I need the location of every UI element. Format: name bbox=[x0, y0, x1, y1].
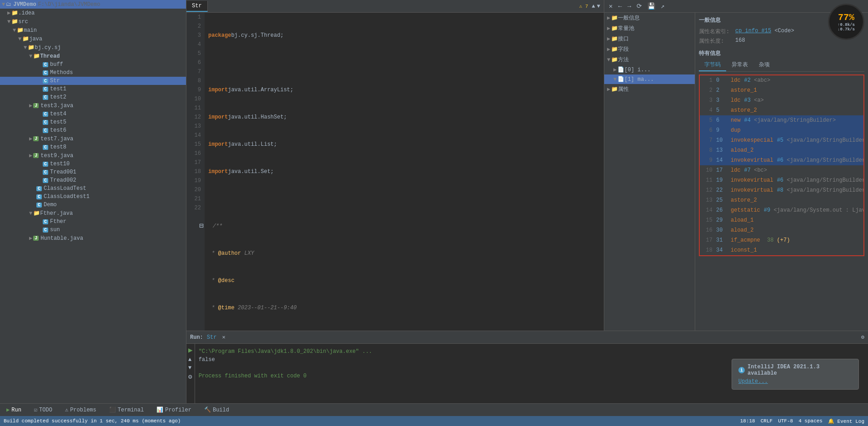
bottom-tab-run[interactable]: ▶ Run bbox=[4, 406, 24, 414]
expand-icon[interactable]: ▶ bbox=[607, 86, 610, 93]
sidebar-item-test8[interactable]: C test8 bbox=[0, 143, 186, 151]
sidebar-item-idea[interactable]: ▶ 📁 .idea bbox=[0, 9, 186, 17]
expand-icon[interactable]: ▶ bbox=[607, 46, 610, 53]
expand-icon[interactable]: ▼ bbox=[24, 45, 27, 51]
code-content[interactable]: package bj.cy.sj.Thread; import java.uti… bbox=[205, 13, 604, 331]
sidebar-item-classloadtest[interactable]: C ClassLoadTest bbox=[0, 184, 186, 193]
sidebar-item-java[interactable]: ▼ 📁 java bbox=[0, 35, 186, 43]
editor-tab-str[interactable]: Str bbox=[186, 1, 208, 12]
expand-icon[interactable]: ▶ bbox=[613, 66, 617, 73]
sidebar-item-test1[interactable]: C test1 bbox=[0, 85, 186, 93]
expand-icon[interactable]: ▶ bbox=[29, 152, 32, 159]
expand-icon[interactable]: ▼ bbox=[2, 1, 5, 8]
forward-button[interactable]: → bbox=[627, 2, 632, 11]
expand-icon[interactable]: ▶ bbox=[607, 35, 610, 42]
bottom-tab-terminal[interactable]: ⬛ Terminal bbox=[106, 406, 147, 414]
tree-item-methods[interactable]: ▼ 📁 方法 bbox=[604, 54, 695, 65]
tab-misc[interactable]: 杂项 bbox=[753, 59, 775, 71]
tree-item-attributes[interactable]: ▶ 📁 属性 bbox=[604, 84, 695, 94]
run-play-button[interactable]: ▶ bbox=[188, 346, 193, 355]
line-separator: CRLF bbox=[761, 418, 773, 424]
run-settings-side-btn[interactable]: ⚙ bbox=[188, 373, 193, 381]
bc-offset: 29 bbox=[716, 216, 727, 225]
close-button[interactable]: ✕ bbox=[608, 1, 613, 11]
sidebar-item-sun[interactable]: C sun bbox=[0, 226, 186, 234]
expand-icon[interactable]: ▼ bbox=[18, 36, 21, 42]
sidebar-item-demo[interactable]: C Demo bbox=[0, 201, 186, 209]
expand-icon[interactable]: ▶ bbox=[29, 102, 32, 109]
external-link-button[interactable]: ↗ bbox=[660, 1, 665, 11]
warning-nav-up[interactable]: ▲ bbox=[592, 3, 595, 10]
expand-icon[interactable]: ▼ bbox=[607, 57, 610, 63]
sidebar-item-str[interactable]: C Str bbox=[0, 77, 186, 85]
sidebar-item-buff[interactable]: C buff bbox=[0, 60, 186, 69]
tree-item-method-0[interactable]: ▶ 📄 [0] i... bbox=[604, 65, 695, 74]
expand-icon[interactable]: ▶ bbox=[7, 10, 10, 16]
bottom-tab-profiler[interactable]: 📊 Profiler bbox=[154, 406, 194, 414]
status-bar: Build completed successfully in 1 sec, 2… bbox=[0, 416, 868, 426]
sidebar-item-project[interactable]: ▼ 🗂 JVMDemo F:\D\jianda\JVMDemo bbox=[0, 0, 186, 9]
tree-item-fields[interactable]: ▶ 📁 字段 bbox=[604, 44, 695, 54]
run-close-btn[interactable]: ✕ bbox=[222, 334, 225, 341]
sidebar-item-classloadtest1[interactable]: C ClassLoadtest1 bbox=[0, 193, 186, 201]
bottom-tab-problems[interactable]: ⚠ Problems bbox=[62, 406, 99, 414]
sidebar-item-test7[interactable]: ▶ J test7.java bbox=[0, 134, 186, 143]
notification-update-link[interactable]: Update... bbox=[738, 378, 768, 385]
expand-icon[interactable]: ▶ bbox=[607, 15, 610, 21]
bc-comment: <java/lang/StringBuilder> bbox=[751, 116, 836, 125]
bottom-tab-todo[interactable]: ☑ TODO bbox=[31, 406, 55, 414]
bottom-tab-build[interactable]: 🔨 Build bbox=[201, 406, 232, 414]
tree-item-label: [1] ma... bbox=[624, 76, 654, 83]
sidebar-item-tread002[interactable]: C Tread002 bbox=[0, 176, 186, 184]
expand-icon[interactable]: ▶ bbox=[29, 235, 32, 242]
sidebar-item-test6[interactable]: C test6 bbox=[0, 126, 186, 134]
fold-icon[interactable]: ⊟ bbox=[199, 222, 204, 231]
expand-icon[interactable]: ▼ bbox=[613, 76, 617, 83]
sidebar-item-test5[interactable]: C test5 bbox=[0, 118, 186, 126]
editor-area: Str ⚠ 7 ▲ ▼ 12345 678910 1112131415 1617… bbox=[186, 0, 604, 331]
expand-icon[interactable]: ▼ bbox=[7, 19, 10, 25]
sidebar-item-fther-java[interactable]: ▼ 📁 Fther.java bbox=[0, 209, 186, 218]
run-tab[interactable]: Str bbox=[207, 334, 217, 341]
run-stop-up-button[interactable]: ▲ bbox=[188, 357, 193, 363]
expand-icon[interactable]: ▼ bbox=[13, 27, 16, 34]
sidebar-item-huntable[interactable]: ▶ J Huntable.java bbox=[0, 234, 186, 243]
tree-item-interfaces[interactable]: ▶ 📁 接口 bbox=[604, 34, 695, 44]
sidebar-item-src[interactable]: ▼ 📁 src bbox=[0, 17, 186, 26]
tree-item-const-pool[interactable]: ▶ 📁 常量池 bbox=[604, 23, 695, 34]
sidebar-item-thread[interactable]: ▼ 📁 Thread bbox=[0, 52, 186, 60]
sidebar-item-tread001[interactable]: C Tread001 bbox=[0, 168, 186, 176]
tree-item-general[interactable]: ▶ 📁 一般信息 bbox=[604, 13, 695, 23]
bytecode-line: 15 29 aload_1 bbox=[700, 215, 863, 225]
attr-name-link[interactable]: cp info #15 bbox=[735, 28, 771, 34]
expand-icon[interactable]: ▼ bbox=[29, 210, 32, 217]
sidebar-item-fther[interactable]: C Fther bbox=[0, 218, 186, 226]
tree-item-label: [0] i... bbox=[624, 67, 651, 73]
bc-offset: 34 bbox=[716, 246, 727, 255]
sidebar-item-test4[interactable]: C test4 bbox=[0, 110, 186, 118]
run-settings-icon[interactable]: ⚙ bbox=[861, 334, 864, 341]
refresh-button[interactable]: ⟳ bbox=[636, 1, 643, 11]
back-button[interactable]: ← bbox=[617, 2, 622, 11]
sidebar-item-test3[interactable]: ▶ J test3.java bbox=[0, 101, 186, 110]
expand-icon[interactable]: ▶ bbox=[607, 25, 610, 32]
expand-icon[interactable]: ▶ bbox=[29, 135, 32, 142]
tab-exception-table[interactable]: 异常表 bbox=[726, 59, 753, 71]
bytecode-line-highlighted: 8 13 aload_2 bbox=[700, 145, 863, 155]
save-button[interactable]: 💾 bbox=[647, 1, 656, 11]
class-badge: C bbox=[43, 145, 48, 150]
sidebar-item-package[interactable]: ▼ 📁 bj.cy.sj bbox=[0, 43, 186, 52]
bc-instr: invokespecial bbox=[731, 136, 773, 145]
expand-icon[interactable]: ▼ bbox=[29, 53, 32, 59]
sidebar-item-methods[interactable]: C Methods bbox=[0, 69, 186, 77]
sidebar-item-main[interactable]: ▼ 📁 main bbox=[0, 26, 186, 35]
run-stop-down-button[interactable]: ▼ bbox=[188, 365, 193, 371]
warning-nav-down[interactable]: ▼ bbox=[597, 3, 600, 10]
event-log[interactable]: 🔔 Event Log bbox=[828, 418, 864, 424]
sidebar-item-test10[interactable]: C test10 bbox=[0, 160, 186, 168]
sidebar-item-test2[interactable]: C test2 bbox=[0, 93, 186, 101]
sidebar-item-test9[interactable]: ▶ J test9.java bbox=[0, 151, 186, 160]
tree-item-method-1[interactable]: ▼ 📄 [1] ma... bbox=[604, 74, 695, 84]
tab-bytecode[interactable]: 字节码 bbox=[699, 59, 726, 71]
bytecode-line: 16 30 aload_2 bbox=[700, 225, 863, 235]
